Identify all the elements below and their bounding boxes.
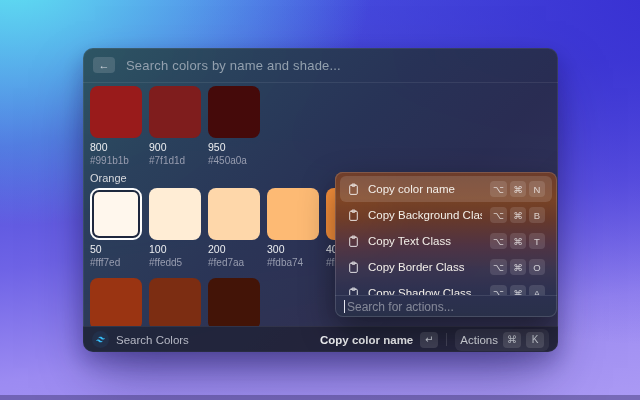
keycap: ⌥ [490, 285, 507, 295]
keycap: O [529, 259, 545, 275]
red-swatch-row: 800#991b1b900#7f1d1d950#450a0a [90, 86, 551, 167]
color-swatch-300[interactable]: 300#fdba74 [267, 188, 319, 269]
clipboard-icon [347, 261, 360, 274]
action-menu-item[interactable]: Copy Background Class⌥⌘B [340, 202, 552, 228]
status-bar: Search Colors Copy color name ↵ Actions … [83, 326, 558, 352]
actions-search-placeholder: Search for actions... [347, 300, 454, 314]
keycap: ⌘ [510, 181, 526, 197]
keycap: ⌥ [490, 181, 507, 197]
action-menu-item-label: Copy Border Class [368, 261, 465, 273]
swatch-shade-label: 800 [90, 141, 142, 154]
swatch-color-fill [90, 86, 142, 138]
shortcut-keys: ⌥⌘B [490, 207, 545, 223]
action-menu-item-label: Copy Text Class [368, 235, 451, 247]
color-swatch-100[interactable]: 100#ffedd5 [149, 188, 201, 269]
shortcut-keys: ⌥⌘T [490, 233, 545, 249]
color-swatch-950[interactable]: 950#431407 [208, 278, 260, 326]
swatch-color-fill [149, 86, 201, 138]
actions-button-label: Actions [460, 334, 498, 346]
app-name: Search Colors [116, 334, 189, 346]
color-swatch-800[interactable]: 800#9a3412 [90, 278, 142, 326]
swatch-color-fill [149, 278, 201, 326]
keycap: ⌥ [490, 233, 507, 249]
k-key-icon: K [526, 332, 544, 348]
swatch-box[interactable] [90, 278, 142, 326]
swatch-box[interactable] [149, 188, 201, 240]
footer-divider [446, 333, 447, 346]
return-key-icon: ↵ [420, 332, 438, 348]
actions-search-field[interactable]: Search for actions... [335, 295, 557, 317]
color-swatch-50[interactable]: 50#fff7ed [90, 188, 142, 269]
swatch-hex-label: #450a0a [208, 155, 260, 167]
swatch-box[interactable] [149, 278, 201, 326]
keycap: A [529, 285, 545, 295]
swatch-box[interactable] [149, 86, 201, 138]
swatch-color-fill [208, 188, 260, 240]
swatch-shade-label: 50 [90, 243, 142, 256]
swatch-color-fill [208, 278, 260, 326]
swatch-hex-label: #fed7aa [208, 257, 260, 269]
action-menu-item[interactable]: Copy Shadow Class⌥⌘A [340, 280, 552, 295]
keycap: ⌥ [490, 207, 507, 223]
action-menu-item[interactable]: Copy color name⌥⌘N [340, 176, 552, 202]
color-swatch-900[interactable]: 900#7f1d1d [149, 86, 201, 167]
swatch-box[interactable] [208, 188, 260, 240]
keycap: ⌘ [510, 207, 526, 223]
color-swatch-950[interactable]: 950#450a0a [208, 86, 260, 167]
command-key-icon: ⌘ [503, 332, 521, 348]
swatch-box[interactable] [208, 278, 260, 326]
swatch-shade-label: 300 [267, 243, 319, 256]
swatch-hex-label: #7f1d1d [149, 155, 201, 167]
swatch-shade-label: 900 [149, 141, 201, 154]
search-input[interactable]: Search colors by name and shade... [126, 58, 341, 73]
swatch-color-fill [149, 188, 201, 240]
swatch-shade-label: 100 [149, 243, 201, 256]
swatch-color-fill [267, 188, 319, 240]
action-menu-item[interactable]: Copy Border Class⌥⌘O [340, 254, 552, 280]
swatch-box[interactable] [90, 86, 142, 138]
search-bar: ← Search colors by name and shade... [83, 48, 558, 83]
swatch-hex-label: #991b1b [90, 155, 142, 167]
swatch-hex-label: #fdba74 [267, 257, 319, 269]
clipboard-icon [347, 235, 360, 248]
action-menu-item-label: Copy color name [368, 183, 455, 195]
color-swatch-800[interactable]: 800#991b1b [90, 86, 142, 167]
swatch-shade-label: 200 [208, 243, 260, 256]
keycap: B [529, 207, 545, 223]
keycap: T [529, 233, 545, 249]
keycap: ⌘ [510, 259, 526, 275]
swatch-hex-label: #ffedd5 [149, 257, 201, 269]
swatch-color-fill [94, 192, 138, 236]
swatch-box[interactable] [208, 86, 260, 138]
back-button[interactable]: ← [93, 57, 115, 73]
color-swatch-900[interactable]: 900#7c2d12 [149, 278, 201, 326]
text-caret [344, 300, 345, 313]
keycap: N [529, 181, 545, 197]
clipboard-icon [347, 287, 360, 296]
swatch-color-fill [90, 278, 142, 326]
color-swatch-200[interactable]: 200#fed7aa [208, 188, 260, 269]
actions-context-menu: Copy color name⌥⌘NCopy Background Class⌥… [335, 172, 557, 317]
action-menu-item[interactable]: Copy Text Class⌥⌘T [340, 228, 552, 254]
keycap: ⌘ [510, 285, 526, 295]
command-palette-window: ← Search colors by name and shade... 800… [83, 48, 558, 352]
selected-swatch-box[interactable] [90, 188, 142, 240]
keycap: ⌘ [510, 233, 526, 249]
swatch-color-fill [208, 86, 260, 138]
action-menu-item-label: Copy Shadow Class [368, 287, 472, 295]
action-menu-item-label: Copy Background Class [368, 209, 482, 221]
shortcut-keys: ⌥⌘O [490, 259, 545, 275]
clipboard-icon [347, 209, 360, 222]
clipboard-icon [347, 183, 360, 196]
shortcut-keys: ⌥⌘A [490, 285, 545, 295]
tailwind-logo-icon [92, 331, 109, 348]
shortcut-keys: ⌥⌘N [490, 181, 545, 197]
swatch-box[interactable] [267, 188, 319, 240]
actions-button[interactable]: Actions ⌘ K [455, 329, 549, 351]
primary-action-label[interactable]: Copy color name [320, 334, 413, 346]
swatch-hex-label: #fff7ed [90, 257, 142, 269]
keycap: ⌥ [490, 259, 507, 275]
swatch-shade-label: 950 [208, 141, 260, 154]
actions-menu-list: Copy color name⌥⌘NCopy Background Class⌥… [335, 172, 557, 295]
